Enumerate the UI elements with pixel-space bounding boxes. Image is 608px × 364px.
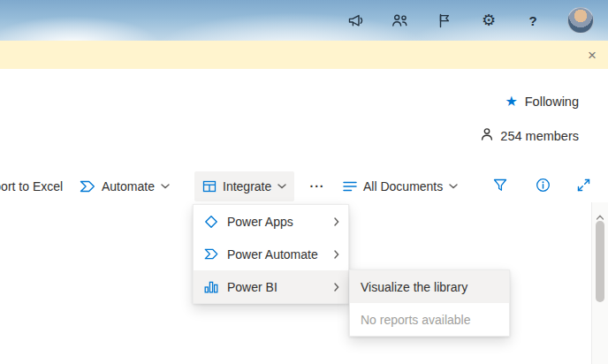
sharepoint-library-page: ⚙ ? × ★ Following 254 members Export to … [0, 0, 608, 364]
expand-diagonal-icon [577, 178, 590, 194]
integrate-icon [202, 180, 217, 193]
chevron-right-icon [334, 250, 339, 259]
info-button[interactable] [529, 171, 556, 201]
menu-item-power-bi[interactable]: Power BI [194, 270, 348, 303]
chevron-down-icon [277, 184, 286, 189]
filter-button[interactable] [487, 171, 513, 201]
person-icon [480, 127, 494, 144]
gear-glyph: ⚙ [482, 12, 496, 28]
chevron-right-icon [334, 283, 339, 292]
help-glyph: ? [528, 14, 536, 27]
more-options-glyph: ··· [310, 179, 325, 193]
integrate-button[interactable]: Integrate [194, 171, 294, 201]
menu-item-label: Power Automate [227, 247, 325, 262]
members-info[interactable]: 254 members [480, 126, 579, 145]
submenu-item-label: No reports available [361, 313, 471, 327]
people-connections-icon[interactable] [391, 11, 410, 30]
flag-icon[interactable] [435, 11, 454, 30]
suite-bar: ⚙ ? [0, 0, 608, 41]
automate-button[interactable]: Automate [80, 171, 170, 201]
integrate-label: Integrate [223, 179, 271, 193]
more-options-button[interactable]: ··· [306, 171, 329, 201]
view-selector-label: All Documents [363, 179, 443, 193]
automate-label: Automate [102, 179, 155, 193]
menu-item-label: Power BI [227, 280, 325, 294]
vertical-scrollbar[interactable] [591, 202, 608, 364]
settings-gear-icon[interactable]: ⚙ [479, 11, 498, 30]
power-bi-icon [204, 281, 218, 293]
chevron-right-icon [334, 217, 339, 226]
power-apps-icon [204, 215, 218, 229]
view-selector-button[interactable]: All Documents [343, 171, 458, 201]
announcements-megaphone-icon[interactable] [346, 11, 366, 30]
star-icon: ★ [505, 95, 517, 109]
following-label: Following [525, 95, 579, 109]
menu-item-power-apps[interactable]: Power Apps [194, 205, 348, 238]
submenu-item-no-reports: No reports available [350, 303, 509, 336]
submenu-item-label: Visualize the library [361, 280, 467, 294]
chevron-down-icon [161, 184, 170, 189]
following-button[interactable]: ★ Following [505, 92, 579, 110]
filter-funnel-icon [493, 178, 507, 194]
user-avatar[interactable] [567, 7, 594, 34]
members-count: 254 members [500, 129, 579, 143]
help-icon[interactable]: ? [523, 11, 543, 30]
export-to-excel-label: Export to Excel [0, 179, 63, 193]
notification-bar: × [0, 41, 608, 69]
submenu-item-visualize-library[interactable]: Visualize the library [350, 270, 509, 303]
menu-item-label: Power Apps [227, 215, 325, 229]
export-to-excel-button[interactable]: Export to Excel [0, 171, 63, 201]
power-automate-icon [204, 248, 218, 260]
scrollbar-thumb[interactable] [596, 221, 604, 302]
command-toolbar: Export to Excel Automate [0, 171, 608, 201]
menu-item-power-automate[interactable]: Power Automate [194, 238, 348, 270]
power-bi-submenu: Visualize the library No reports availab… [349, 269, 510, 337]
integrate-menu: Power Apps Power Automate [193, 204, 349, 304]
close-icon[interactable]: × [584, 46, 600, 64]
fullscreen-button[interactable] [570, 171, 597, 201]
power-automate-icon [80, 180, 95, 193]
info-icon [536, 178, 551, 195]
view-list-icon [343, 180, 357, 193]
chevron-down-icon [449, 184, 458, 189]
